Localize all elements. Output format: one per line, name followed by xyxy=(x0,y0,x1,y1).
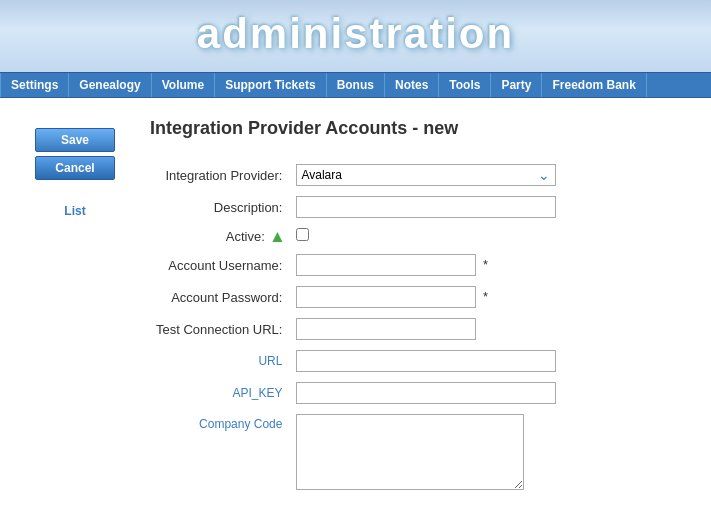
content-area: Save Cancel List Integration Provider Ac… xyxy=(0,98,711,518)
nav-support-tickets[interactable]: Support Tickets xyxy=(215,73,326,97)
integration-provider-cell: Avalara Other Provider ⌄ xyxy=(290,159,562,191)
test-connection-url-row: Test Connection URL: xyxy=(150,313,562,345)
company-code-textarea[interactable] xyxy=(296,414,524,490)
api-key-row: API_KEY xyxy=(150,377,562,409)
api-key-cell xyxy=(290,377,562,409)
description-input[interactable] xyxy=(296,196,556,218)
nav-party[interactable]: Party xyxy=(491,73,542,97)
nav-genealogy[interactable]: Genealogy xyxy=(69,73,151,97)
account-password-row: Account Password: * xyxy=(150,281,562,313)
test-connection-url-input[interactable] xyxy=(296,318,476,340)
integration-provider-select[interactable]: Avalara Other Provider xyxy=(296,164,556,186)
list-link[interactable]: List xyxy=(64,204,85,218)
account-username-input[interactable] xyxy=(296,254,476,276)
password-required-star: * xyxy=(483,289,488,304)
nav-bonus[interactable]: Bonus xyxy=(327,73,385,97)
nav-tools[interactable]: Tools xyxy=(439,73,491,97)
save-button[interactable]: Save xyxy=(35,128,115,152)
account-password-cell: * xyxy=(290,281,562,313)
form-table: Integration Provider: Avalara Other Prov… xyxy=(150,159,562,498)
url-cell xyxy=(290,345,562,377)
nav-notes[interactable]: Notes xyxy=(385,73,439,97)
page-title: Integration Provider Accounts - new xyxy=(150,118,691,139)
nav-settings[interactable]: Settings xyxy=(0,73,69,97)
url-row: URL xyxy=(150,345,562,377)
description-label: Description: xyxy=(150,191,290,223)
cancel-button[interactable]: Cancel xyxy=(35,156,115,180)
integration-provider-row: Integration Provider: Avalara Other Prov… xyxy=(150,159,562,191)
company-code-label: Company Code xyxy=(150,409,290,498)
app-title: administration xyxy=(0,10,711,58)
header: administration xyxy=(0,0,711,72)
description-row: Description: xyxy=(150,191,562,223)
account-username-label: Account Username: xyxy=(150,249,290,281)
active-indicator-icon xyxy=(272,232,282,242)
test-connection-url-cell xyxy=(290,313,562,345)
username-required-star: * xyxy=(483,257,488,272)
account-password-input[interactable] xyxy=(296,286,476,308)
account-username-row: Account Username: * xyxy=(150,249,562,281)
integration-provider-label: Integration Provider: xyxy=(150,159,290,191)
active-cell xyxy=(290,223,562,249)
company-code-cell xyxy=(290,409,562,498)
main-content: Integration Provider Accounts - new Inte… xyxy=(130,118,711,498)
account-username-cell: * xyxy=(290,249,562,281)
api-key-label: API_KEY xyxy=(150,377,290,409)
active-label: Active: xyxy=(150,223,290,249)
active-row: Active: xyxy=(150,223,562,249)
account-password-label: Account Password: xyxy=(150,281,290,313)
description-cell xyxy=(290,191,562,223)
url-input[interactable] xyxy=(296,350,556,372)
company-code-row: Company Code xyxy=(150,409,562,498)
sidebar: Save Cancel List xyxy=(20,118,130,498)
nav-volume[interactable]: Volume xyxy=(152,73,215,97)
test-connection-url-label: Test Connection URL: xyxy=(150,313,290,345)
url-label: URL xyxy=(150,345,290,377)
active-checkbox[interactable] xyxy=(296,228,309,241)
integration-provider-select-wrapper: Avalara Other Provider ⌄ xyxy=(296,164,556,186)
navbar: Settings Genealogy Volume Support Ticket… xyxy=(0,72,711,98)
api-key-input[interactable] xyxy=(296,382,556,404)
nav-freedom-bank[interactable]: Freedom Bank xyxy=(542,73,646,97)
